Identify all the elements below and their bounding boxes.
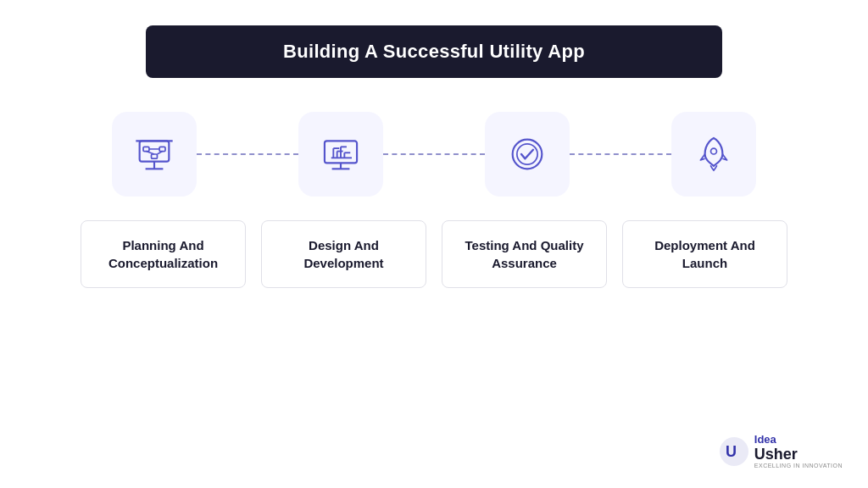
logo-tagline: EXCELLING IN INNOVATION bbox=[754, 463, 843, 469]
testing-icon bbox=[505, 132, 549, 176]
svg-rect-5 bbox=[159, 147, 165, 151]
logo-icon: U bbox=[719, 436, 749, 467]
logo-text: Idea Usher EXCELLING IN INNOVATION bbox=[754, 434, 843, 469]
labels-row: Planning AndConceptualization Design And… bbox=[51, 220, 817, 288]
connector-3 bbox=[570, 153, 671, 155]
logo-idea: Idea bbox=[754, 434, 843, 446]
label-testing: Testing And QualityAssurance bbox=[442, 220, 607, 288]
label-planning: Planning AndConceptualization bbox=[81, 220, 246, 288]
page-title: Building A Successful Utility App bbox=[197, 41, 671, 63]
design-icon bbox=[319, 132, 363, 176]
title-bar: Building A Successful Utility App bbox=[146, 25, 722, 78]
planning-icon bbox=[132, 132, 176, 176]
svg-text:U: U bbox=[726, 443, 737, 460]
logo-area: U Idea Usher EXCELLING IN INNOVATION bbox=[719, 434, 843, 469]
connector-1 bbox=[197, 153, 298, 155]
svg-rect-4 bbox=[143, 147, 149, 151]
logo-usher: Usher bbox=[754, 446, 843, 463]
svg-point-24 bbox=[711, 148, 717, 154]
deployment-icon-box bbox=[671, 112, 756, 197]
label-design: Design AndDevelopment bbox=[261, 220, 426, 288]
testing-icon-box bbox=[485, 112, 570, 197]
label-deployment: Deployment AndLaunch bbox=[622, 220, 787, 288]
connector-2 bbox=[383, 153, 485, 155]
flow-section: Planning AndConceptualization Design And… bbox=[51, 112, 817, 288]
design-icon-box bbox=[298, 112, 383, 197]
svg-line-8 bbox=[146, 152, 154, 154]
svg-point-23 bbox=[517, 144, 537, 164]
svg-rect-6 bbox=[152, 154, 158, 158]
deployment-icon bbox=[692, 132, 736, 176]
planning-icon-box bbox=[112, 112, 197, 197]
icons-row bbox=[51, 112, 817, 197]
